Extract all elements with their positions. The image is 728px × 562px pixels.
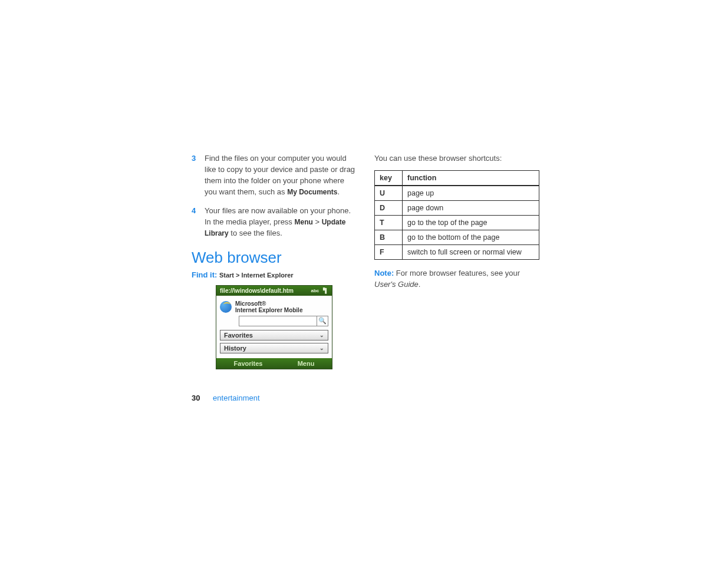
step-mid: > xyxy=(313,217,322,226)
step-4: 4 Your files are now available on your p… xyxy=(192,206,357,239)
softkey-bar: Favorites Menu xyxy=(216,358,332,369)
softkey-left[interactable]: Favorites xyxy=(234,360,263,367)
left-column: 3 Find the files on your computer you wo… xyxy=(192,153,357,369)
phone-titlebar: file://\windows\default.htm abc ▝▌ xyxy=(216,286,332,296)
page-footer: 30 entertainment xyxy=(192,394,260,402)
findit-lead: Find it: xyxy=(192,270,217,279)
titlebar-path: file://\windows\default.htm xyxy=(220,287,294,294)
ie-title-text: Microsoft® Internet Explorer Mobile xyxy=(235,300,302,313)
section-title: Web browser xyxy=(192,249,357,267)
signal-icon: ▝▌ xyxy=(321,288,328,293)
step-text: Find the files on your computer you woul… xyxy=(205,153,357,197)
table-header-row: key function xyxy=(375,170,539,186)
cell-key: B xyxy=(375,230,403,244)
intro-text: You can use these browser shortcuts: xyxy=(374,153,539,164)
note-text: Note: For more browser features, see you… xyxy=(374,268,539,290)
titlebar-status: abc ▝▌ xyxy=(311,288,328,293)
step-number: 3 xyxy=(192,153,205,197)
cell-key: T xyxy=(375,215,403,230)
phone-mockup: file://\windows\default.htm abc ▝▌ Micro… xyxy=(216,285,332,369)
note-lead: Note: xyxy=(374,269,394,277)
cell-fn: page up xyxy=(403,186,539,201)
cell-key: U xyxy=(375,186,403,201)
cell-fn: go to the top of the page xyxy=(403,215,539,230)
chevron-down-icon: ⌄ xyxy=(319,332,324,338)
findit-sep: > xyxy=(236,272,239,279)
step-bold: Menu xyxy=(294,218,312,226)
step-post: . xyxy=(338,187,340,196)
ie-icon xyxy=(220,301,232,313)
ie-brand2: Internet Explorer Mobile xyxy=(235,307,302,313)
table-row: F switch to full screen or normal view xyxy=(375,244,539,259)
note-body: For more browser features, see your xyxy=(394,269,520,277)
search-icon[interactable]: 🔍 xyxy=(317,316,328,326)
note-ital: User's Guide xyxy=(374,280,419,289)
cell-fn: go to the bottom of the page xyxy=(403,230,539,244)
findit-app: Internet Explorer xyxy=(242,272,294,279)
cell-key: D xyxy=(375,200,403,215)
step-text: Your files are now available on your pho… xyxy=(205,206,357,239)
search-box: 🔍 xyxy=(239,316,328,326)
table-row: B go to the bottom of the page xyxy=(375,230,539,244)
step-post2: to see the files. xyxy=(229,229,282,237)
note-tail: . xyxy=(419,280,421,289)
find-it-line: Find it: Start > Internet Explorer xyxy=(192,270,357,279)
table-row: T go to the top of the page xyxy=(375,215,539,230)
footer-section: entertainment xyxy=(213,394,260,402)
step-3: 3 Find the files on your computer you wo… xyxy=(192,153,357,197)
page-number: 30 xyxy=(192,394,200,402)
th-key: key xyxy=(375,170,403,186)
chevron-down-icon: ⌄ xyxy=(319,345,324,351)
right-column: You can use these browser shortcuts: key… xyxy=(374,153,539,369)
step-number: 4 xyxy=(192,206,205,239)
page-body: 3 Find the files on your computer you wo… xyxy=(192,153,539,369)
softkey-right[interactable]: Menu xyxy=(298,360,315,367)
cell-key: F xyxy=(375,244,403,259)
ie-header: Microsoft® Internet Explorer Mobile xyxy=(220,300,328,313)
shortcuts-table: key function U page up D page down T go … xyxy=(374,170,539,260)
search-input[interactable] xyxy=(239,316,317,326)
table-row: D page down xyxy=(375,200,539,215)
favorites-label: Favorites xyxy=(224,332,253,339)
ie-brand1: Microsoft® xyxy=(235,300,302,307)
abc-indicator: abc xyxy=(311,288,319,293)
phone-content: Microsoft® Internet Explorer Mobile 🔍 Fa… xyxy=(216,296,332,358)
th-function: function xyxy=(403,170,539,186)
table-row: U page up xyxy=(375,186,539,201)
favorites-dropdown[interactable]: Favorites ⌄ xyxy=(220,330,328,340)
cell-fn: switch to full screen or normal view xyxy=(403,244,539,259)
history-dropdown[interactable]: History ⌄ xyxy=(220,343,328,353)
findit-start: Start xyxy=(219,272,234,279)
step-bold: My Documents xyxy=(287,188,337,196)
cell-fn: page down xyxy=(403,200,539,215)
history-label: History xyxy=(224,345,246,352)
